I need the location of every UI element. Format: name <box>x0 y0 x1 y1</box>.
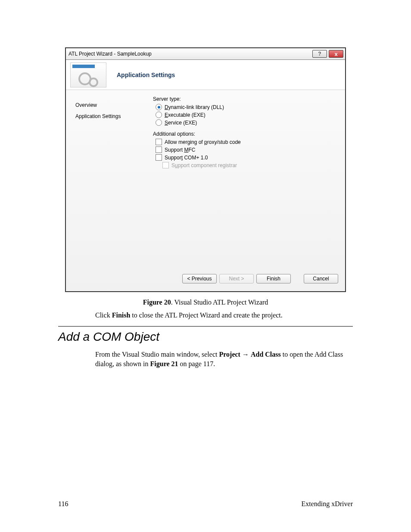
finish-button[interactable]: Finish <box>256 274 291 283</box>
checkbox-proxy-stub[interactable]: Allow merging of proxy/stub code <box>156 139 336 145</box>
body-paragraph: From the Visual Studio main window, sele… <box>95 350 345 369</box>
footer-section: Extending xDriver <box>301 500 353 508</box>
radio-label: Service (EXE) <box>165 120 197 126</box>
checkbox-support-complus[interactable]: Support COM+ 1.0 <box>156 154 336 161</box>
checkbox-label: Support MFC <box>165 147 195 153</box>
main-pane: Server type: Dynamic-link library (DLL) … <box>152 94 345 170</box>
sidebar-item-overview[interactable]: Overview <box>75 102 146 108</box>
section-divider <box>58 326 353 327</box>
page-footer: 116 Extending xDriver <box>58 500 353 508</box>
checkbox-label: Allow merging of proxy/stub code <box>165 139 241 145</box>
atl-wizard-dialog: ATL Project Wizard - SampleLookup ? x Ap… <box>65 47 346 292</box>
figure-caption: Figure 20. Visual Studio ATL Project Wiz… <box>58 299 353 306</box>
titlebar: ATL Project Wizard - SampleLookup ? x <box>66 48 345 60</box>
page-number: 116 <box>58 500 68 508</box>
radio-dll[interactable]: Dynamic-link library (DLL) <box>156 104 336 110</box>
checkbox-component-registrar: Support component registrar <box>162 162 336 168</box>
close-button[interactable]: x <box>329 50 343 58</box>
help-button[interactable]: ? <box>312 50 327 58</box>
radio-label: Dynamic-link library (DLL) <box>165 104 224 110</box>
checkbox-icon <box>162 162 169 168</box>
instruction-text: Click Finish to close the ATL Project Wi… <box>95 311 345 320</box>
radio-exe[interactable]: Executable (EXE) <box>156 112 336 118</box>
server-type-label: Server type: <box>153 96 336 102</box>
additional-options-label: Additional options: <box>153 131 336 137</box>
previous-button[interactable]: < Previous <box>182 274 217 283</box>
checkbox-icon <box>156 139 162 145</box>
wizard-button-row: < Previous Next > Finish Cancel <box>182 274 338 283</box>
figure-number: Figure 20 <box>143 299 171 306</box>
sidebar-item-application-settings[interactable]: Application Settings <box>75 113 146 119</box>
close-icon: x <box>334 51 337 57</box>
checkbox-label: Support component registrar <box>171 162 237 168</box>
radio-icon <box>156 104 162 110</box>
next-button: Next > <box>219 274 254 283</box>
window-title: ATL Project Wizard - SampleLookup <box>68 51 311 57</box>
cancel-button[interactable]: Cancel <box>304 274 338 283</box>
header-title: Application Settings <box>117 72 175 78</box>
radio-icon <box>156 119 162 126</box>
header-thumbnail <box>70 62 106 87</box>
section-heading: Add a COM Object <box>58 330 353 344</box>
checkbox-icon <box>156 146 162 153</box>
radio-label: Executable (EXE) <box>165 112 206 118</box>
radio-service[interactable]: Service (EXE) <box>156 119 336 126</box>
checkbox-label: Support COM+ 1.0 <box>165 155 208 161</box>
checkbox-icon <box>156 154 162 161</box>
figure-caption-text: . Visual Studio ATL Project Wizard <box>171 299 268 306</box>
header-strip: Application Settings <box>66 60 345 90</box>
gear-icon <box>89 78 98 87</box>
side-nav: Overview Application Settings <box>66 94 152 170</box>
help-icon: ? <box>318 51 321 57</box>
checkbox-support-mfc[interactable]: Support MFC <box>156 146 336 153</box>
radio-icon <box>156 112 162 118</box>
